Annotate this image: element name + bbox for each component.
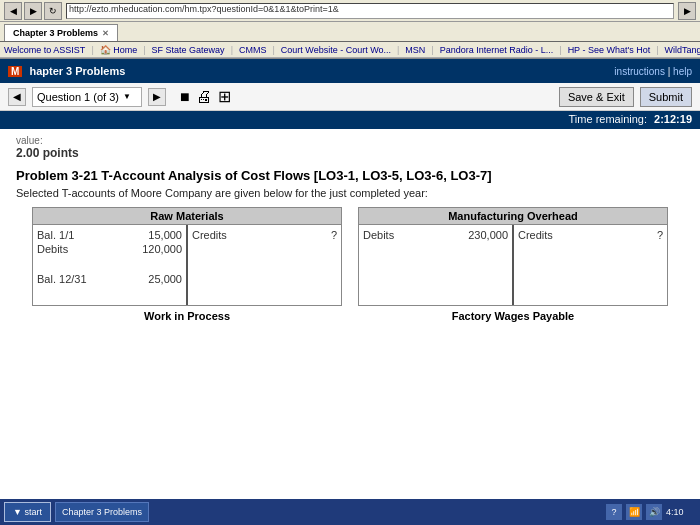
prev-question-button[interactable]: ◀ — [8, 88, 26, 106]
content-area: M hapter 3 Problems instructions | help … — [0, 59, 700, 525]
timer-value: 2:12:19 — [654, 113, 692, 125]
volume-icon: 🔊 — [646, 504, 662, 520]
timer-bar: Time remaining: 2:12:19 — [0, 111, 700, 129]
bookmark-court[interactable]: Court Website - Court Wo... — [281, 45, 391, 55]
bookmark-hp[interactable]: HP - See What's Hot — [568, 45, 651, 55]
value-amount: 2.00 points — [16, 146, 684, 160]
active-tab[interactable]: Chapter 3 Problems ✕ — [4, 24, 118, 41]
raw-materials-bal11-row: Bal. 1/1 15,000 — [37, 229, 182, 241]
bookmark-msn[interactable]: MSN — [405, 45, 425, 55]
taskbar-item-label: Chapter 3 Problems — [62, 507, 142, 517]
raw-materials-left: Bal. 1/1 15,000 Debits 120,000 Bal. 12/3… — [33, 225, 188, 305]
printer-icon[interactable]: 🖨 — [196, 88, 212, 106]
credits-header: Credits ? — [192, 229, 337, 241]
problem-title: Problem 3-21 T-Account Analysis of Cost … — [16, 168, 684, 183]
help-link[interactable]: help — [673, 66, 692, 77]
back-button[interactable]: ◀ — [4, 2, 22, 20]
instructions-link[interactable]: instructions — [614, 66, 665, 77]
nav-bar: ◀ Question 1 (of 3) ▼ ▶ ■ 🖨 ⊞ Save & Exi… — [0, 83, 700, 111]
nav-buttons: ◀ ▶ ↻ — [4, 2, 62, 20]
mfg-debits-value: 230,000 — [468, 229, 508, 241]
taskbar-right: ? 📶 🔊 4:10 — [606, 504, 696, 520]
bookmarks-bar: Welcome to ASSIST | 🏠 Home | SF State Ga… — [0, 42, 700, 58]
header-links: instructions | help — [614, 66, 692, 77]
debits-value: 120,000 — [142, 243, 182, 255]
bottom-labels: Work in Process Factory Wages Payable — [16, 306, 684, 322]
question-icon: ? — [606, 504, 622, 520]
manufacturing-overhead-header: Manufacturing Overhead — [359, 208, 667, 225]
bookmark-pandora[interactable]: Pandora Internet Radio - L... — [440, 45, 554, 55]
manufacturing-overhead-body: Debits 230,000 Credits ? — [359, 225, 667, 305]
mfg-debits-label: Debits — [363, 229, 394, 241]
problem-description: Selected T-accounts of Moore Company are… — [16, 187, 684, 199]
taskbar-chapter3[interactable]: Chapter 3 Problems — [55, 502, 149, 522]
raw-materials-bal1231-row: Bal. 12/31 25,000 — [37, 273, 182, 285]
value-label: value: — [16, 135, 684, 146]
raw-materials-debits-row: Debits 120,000 — [37, 243, 182, 255]
browser-chrome: ◀ ▶ ↻ http://ezto.mheducation.com/hm.tpx… — [0, 0, 700, 59]
mfg-credits-label: Credits — [518, 229, 553, 241]
credits-value: ? — [331, 229, 337, 241]
tab-label: Chapter 3 Problems — [13, 28, 98, 38]
next-question-button[interactable]: ▶ — [148, 88, 166, 106]
network-icon: 📶 — [626, 504, 642, 520]
bal1231-label: Bal. 12/31 — [37, 273, 87, 285]
mfg-overhead-left: Debits 230,000 — [359, 225, 514, 305]
bal1231-value: 25,000 — [148, 273, 182, 285]
spacer — [37, 257, 182, 273]
start-button[interactable]: ▼ start — [4, 502, 51, 522]
bookmark-assist[interactable]: Welcome to ASSIST — [4, 45, 85, 55]
quiz-header: M hapter 3 Problems instructions | help — [0, 59, 700, 83]
manufacturing-overhead-t-account: Manufacturing Overhead Debits 230,000 Cr… — [358, 207, 668, 306]
credits-label: Credits — [192, 229, 227, 241]
raw-materials-right: Credits ? — [188, 225, 341, 305]
mfg-overhead-debits-row: Debits 230,000 — [363, 229, 508, 241]
question-label: Question 1 (of 3) — [37, 91, 119, 103]
refresh-button[interactable]: ↻ — [44, 2, 62, 20]
problem-section: Problem 3-21 T-Account Analysis of Cost … — [0, 164, 700, 326]
forward-button[interactable]: ▶ — [24, 2, 42, 20]
chapter-icon: M — [8, 66, 22, 77]
work-in-process-label: Work in Process — [32, 310, 342, 322]
start-label: ▼ start — [13, 507, 42, 517]
address-bar-row: ◀ ▶ ↻ http://ezto.mheducation.com/hm.tpx… — [0, 0, 700, 22]
bookmark-home[interactable]: 🏠 Home — [100, 45, 138, 55]
bal11-label: Bal. 1/1 — [37, 229, 74, 241]
raw-materials-body: Bal. 1/1 15,000 Debits 120,000 Bal. 12/3… — [33, 225, 341, 305]
taskbar-clock: 4:10 — [666, 507, 696, 517]
t-accounts-container: Raw Materials Bal. 1/1 15,000 Debits 120… — [16, 207, 684, 306]
tab-bar: Chapter 3 Problems ✕ — [0, 22, 700, 42]
address-bar[interactable]: http://ezto.mheducation.com/hm.tpx?quest… — [66, 3, 674, 19]
mfg-credits-header: Credits ? — [518, 229, 663, 241]
mfg-overhead-right: Credits ? — [514, 225, 667, 305]
save-exit-button[interactable]: Save & Exit — [559, 87, 634, 107]
bal11-value: 15,000 — [148, 229, 182, 241]
go-button[interactable]: ▶ — [678, 2, 696, 20]
dropdown-arrow-icon: ▼ — [123, 92, 131, 101]
mfg-credits-value: ? — [657, 229, 663, 241]
value-section: value: 2.00 points — [0, 129, 700, 164]
raw-materials-header: Raw Materials — [33, 208, 341, 225]
debits-label: Debits — [37, 243, 68, 255]
bookmark-wildtangent[interactable]: WildTangent Games... — [665, 45, 700, 55]
question-dropdown[interactable]: Question 1 (of 3) ▼ — [32, 87, 142, 107]
bookmark-sfstate[interactable]: SF State Gateway — [152, 45, 225, 55]
chapter-label: M hapter 3 Problems — [8, 65, 125, 77]
taskbar: ▼ start Chapter 3 Problems ? 📶 🔊 4:10 — [0, 499, 700, 525]
timer-label: Time remaining: — [569, 113, 647, 125]
factory-wages-payable-label: Factory Wages Payable — [358, 310, 668, 322]
bookmark-cmms[interactable]: CMMS — [239, 45, 267, 55]
grid-icon: ⊞ — [218, 87, 231, 106]
raw-materials-t-account: Raw Materials Bal. 1/1 15,000 Debits 120… — [32, 207, 342, 306]
document-icon: ■ — [180, 88, 190, 106]
submit-button[interactable]: Submit — [640, 87, 692, 107]
tab-close-button[interactable]: ✕ — [102, 29, 109, 38]
